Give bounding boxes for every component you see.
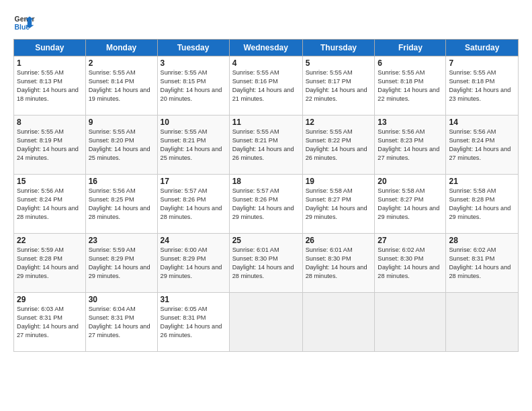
day-detail: Sunrise: 6:01 AMSunset: 8:30 PMDaylight:… xyxy=(306,246,367,279)
day-header: Friday xyxy=(375,40,446,56)
calendar-header-row: SundayMondayTuesdayWednesdayThursdayFrid… xyxy=(14,40,519,56)
day-number: 7 xyxy=(449,58,515,68)
day-number: 2 xyxy=(89,58,154,68)
calendar: SundayMondayTuesdayWednesdayThursdayFrid… xyxy=(13,39,519,352)
day-header: Tuesday xyxy=(157,40,229,56)
day-detail: Sunrise: 6:05 AMSunset: 8:31 PMDaylight:… xyxy=(161,306,222,338)
day-number: 29 xyxy=(17,295,83,304)
calendar-day-cell xyxy=(229,293,302,352)
day-detail: Sunrise: 6:02 AMSunset: 8:31 PMDaylight:… xyxy=(449,246,511,279)
calendar-week-row: 1 Sunrise: 5:55 AMSunset: 8:13 PMDayligh… xyxy=(14,56,519,116)
page: General Blue SundayMondayTuesdayWednesda… xyxy=(0,0,532,411)
day-number: 15 xyxy=(17,177,83,186)
day-number: 20 xyxy=(378,177,443,186)
calendar-day-cell: 11 Sunrise: 5:55 AMSunset: 8:21 PMDaylig… xyxy=(229,116,302,175)
day-detail: Sunrise: 5:56 AMSunset: 8:25 PMDaylight:… xyxy=(89,187,150,220)
calendar-day-cell: 21 Sunrise: 5:58 AMSunset: 8:28 PMDaylig… xyxy=(446,175,519,234)
day-detail: Sunrise: 5:56 AMSunset: 8:24 PMDaylight:… xyxy=(449,128,511,161)
calendar-day-cell: 13 Sunrise: 5:56 AMSunset: 8:23 PMDaylig… xyxy=(375,116,446,175)
day-number: 4 xyxy=(232,58,300,68)
calendar-day-cell: 6 Sunrise: 5:55 AMSunset: 8:18 PMDayligh… xyxy=(375,56,446,116)
day-detail: Sunrise: 6:00 AMSunset: 8:29 PMDaylight:… xyxy=(161,246,222,279)
day-detail: Sunrise: 5:55 AMSunset: 8:21 PMDaylight:… xyxy=(232,128,294,161)
day-number: 31 xyxy=(161,295,226,304)
day-detail: Sunrise: 5:55 AMSunset: 8:20 PMDaylight:… xyxy=(89,128,150,161)
day-number: 19 xyxy=(306,177,372,186)
calendar-day-cell xyxy=(446,293,519,352)
day-detail: Sunrise: 5:55 AMSunset: 8:18 PMDaylight:… xyxy=(378,69,439,102)
day-number: 10 xyxy=(161,118,226,127)
day-detail: Sunrise: 5:59 AMSunset: 8:29 PMDaylight:… xyxy=(89,246,150,279)
calendar-day-cell: 1 Sunrise: 5:55 AMSunset: 8:13 PMDayligh… xyxy=(14,56,86,116)
day-number: 3 xyxy=(161,58,226,68)
day-detail: Sunrise: 5:55 AMSunset: 8:18 PMDaylight:… xyxy=(449,69,511,102)
day-number: 13 xyxy=(378,118,443,127)
day-detail: Sunrise: 5:55 AMSunset: 8:14 PMDaylight:… xyxy=(89,69,150,102)
day-detail: Sunrise: 6:02 AMSunset: 8:30 PMDaylight:… xyxy=(378,246,439,279)
day-number: 22 xyxy=(17,236,83,245)
day-number: 9 xyxy=(89,118,154,127)
calendar-day-cell: 25 Sunrise: 6:01 AMSunset: 8:30 PMDaylig… xyxy=(229,234,302,293)
day-header: Monday xyxy=(85,40,157,56)
day-detail: Sunrise: 5:58 AMSunset: 8:27 PMDaylight:… xyxy=(306,187,367,220)
day-detail: Sunrise: 5:58 AMSunset: 8:27 PMDaylight:… xyxy=(378,187,439,220)
day-detail: Sunrise: 5:55 AMSunset: 8:16 PMDaylight:… xyxy=(232,69,294,102)
calendar-day-cell: 20 Sunrise: 5:58 AMSunset: 8:27 PMDaylig… xyxy=(375,175,446,234)
day-number: 12 xyxy=(306,118,372,127)
day-detail: Sunrise: 6:03 AMSunset: 8:31 PMDaylight:… xyxy=(17,306,79,338)
day-header: Sunday xyxy=(14,40,86,56)
calendar-day-cell: 23 Sunrise: 5:59 AMSunset: 8:29 PMDaylig… xyxy=(85,234,157,293)
day-detail: Sunrise: 5:57 AMSunset: 8:26 PMDaylight:… xyxy=(232,187,294,220)
calendar-body: 1 Sunrise: 5:55 AMSunset: 8:13 PMDayligh… xyxy=(14,56,519,352)
day-number: 27 xyxy=(378,236,443,245)
day-number: 11 xyxy=(232,118,300,127)
day-detail: Sunrise: 5:57 AMSunset: 8:26 PMDaylight:… xyxy=(161,187,222,220)
day-number: 18 xyxy=(232,177,300,186)
calendar-day-cell: 10 Sunrise: 5:55 AMSunset: 8:21 PMDaylig… xyxy=(157,116,229,175)
calendar-day-cell: 30 Sunrise: 6:04 AMSunset: 8:31 PMDaylig… xyxy=(85,293,157,352)
calendar-day-cell: 19 Sunrise: 5:58 AMSunset: 8:27 PMDaylig… xyxy=(302,175,375,234)
logo-icon: General Blue xyxy=(13,12,35,34)
day-number: 21 xyxy=(449,177,515,186)
calendar-week-row: 22 Sunrise: 5:59 AMSunset: 8:28 PMDaylig… xyxy=(14,234,519,293)
day-number: 14 xyxy=(449,118,515,127)
calendar-day-cell: 7 Sunrise: 5:55 AMSunset: 8:18 PMDayligh… xyxy=(446,56,519,116)
day-detail: Sunrise: 6:01 AMSunset: 8:30 PMDaylight:… xyxy=(232,246,294,279)
calendar-day-cell: 3 Sunrise: 5:55 AMSunset: 8:15 PMDayligh… xyxy=(157,56,229,116)
calendar-day-cell: 14 Sunrise: 5:56 AMSunset: 8:24 PMDaylig… xyxy=(446,116,519,175)
calendar-day-cell: 15 Sunrise: 5:56 AMSunset: 8:24 PMDaylig… xyxy=(14,175,86,234)
calendar-day-cell: 12 Sunrise: 5:55 AMSunset: 8:22 PMDaylig… xyxy=(302,116,375,175)
calendar-day-cell xyxy=(375,293,446,352)
day-number: 1 xyxy=(17,58,83,68)
day-detail: Sunrise: 6:04 AMSunset: 8:31 PMDaylight:… xyxy=(89,306,150,338)
day-number: 25 xyxy=(232,236,300,245)
calendar-day-cell xyxy=(302,293,375,352)
day-number: 23 xyxy=(89,236,154,245)
day-detail: Sunrise: 5:56 AMSunset: 8:23 PMDaylight:… xyxy=(378,128,439,161)
calendar-day-cell: 4 Sunrise: 5:55 AMSunset: 8:16 PMDayligh… xyxy=(229,56,302,116)
day-number: 24 xyxy=(161,236,226,245)
day-number: 8 xyxy=(17,118,83,127)
calendar-day-cell: 31 Sunrise: 6:05 AMSunset: 8:31 PMDaylig… xyxy=(157,293,229,352)
calendar-day-cell: 28 Sunrise: 6:02 AMSunset: 8:31 PMDaylig… xyxy=(446,234,519,293)
day-detail: Sunrise: 5:59 AMSunset: 8:28 PMDaylight:… xyxy=(17,246,79,279)
day-number: 26 xyxy=(306,236,372,245)
logo: General Blue xyxy=(13,12,35,34)
calendar-day-cell: 17 Sunrise: 5:57 AMSunset: 8:26 PMDaylig… xyxy=(157,175,229,234)
day-detail: Sunrise: 5:58 AMSunset: 8:28 PMDaylight:… xyxy=(449,187,511,220)
day-detail: Sunrise: 5:55 AMSunset: 8:13 PMDaylight:… xyxy=(17,69,79,102)
day-detail: Sunrise: 5:55 AMSunset: 8:21 PMDaylight:… xyxy=(161,128,222,161)
day-detail: Sunrise: 5:55 AMSunset: 8:22 PMDaylight:… xyxy=(306,128,367,161)
day-detail: Sunrise: 5:56 AMSunset: 8:24 PMDaylight:… xyxy=(17,187,79,220)
day-header: Wednesday xyxy=(229,40,302,56)
calendar-day-cell: 22 Sunrise: 5:59 AMSunset: 8:28 PMDaylig… xyxy=(14,234,86,293)
calendar-week-row: 8 Sunrise: 5:55 AMSunset: 8:19 PMDayligh… xyxy=(14,116,519,175)
calendar-day-cell: 29 Sunrise: 6:03 AMSunset: 8:31 PMDaylig… xyxy=(14,293,86,352)
calendar-week-row: 15 Sunrise: 5:56 AMSunset: 8:24 PMDaylig… xyxy=(14,175,519,234)
day-number: 6 xyxy=(378,58,443,68)
calendar-day-cell: 18 Sunrise: 5:57 AMSunset: 8:26 PMDaylig… xyxy=(229,175,302,234)
day-number: 30 xyxy=(89,295,154,304)
calendar-day-cell: 9 Sunrise: 5:55 AMSunset: 8:20 PMDayligh… xyxy=(85,116,157,175)
day-detail: Sunrise: 5:55 AMSunset: 8:19 PMDaylight:… xyxy=(17,128,79,161)
day-detail: Sunrise: 5:55 AMSunset: 8:17 PMDaylight:… xyxy=(306,69,367,102)
